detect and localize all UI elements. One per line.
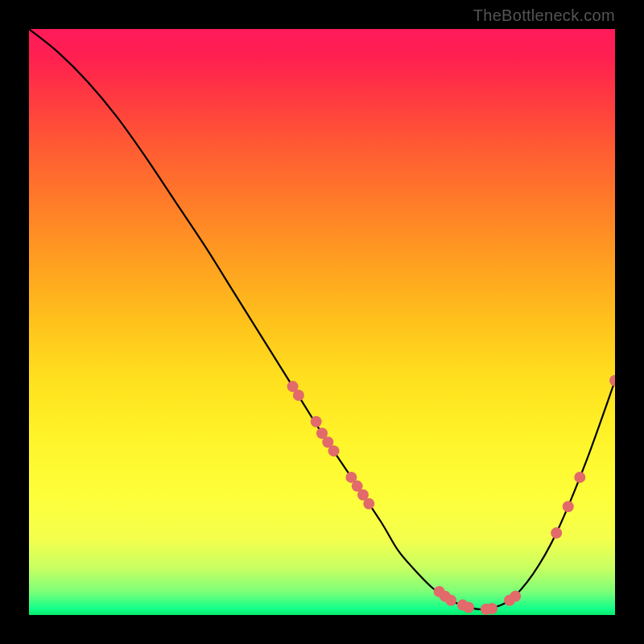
bottleneck-curve xyxy=(29,29,615,609)
data-point xyxy=(563,501,574,512)
plot-area xyxy=(29,29,615,615)
data-point xyxy=(609,375,615,386)
data-point xyxy=(293,390,304,401)
data-point xyxy=(574,472,585,483)
chart-svg xyxy=(29,29,615,615)
data-point xyxy=(486,603,497,614)
data-point-markers xyxy=(287,375,615,615)
data-point xyxy=(445,595,456,606)
data-point xyxy=(551,527,562,539)
watermark-text: TheBottleneck.com xyxy=(473,6,615,25)
data-point xyxy=(328,445,340,456)
data-point xyxy=(363,498,374,510)
data-point xyxy=(463,602,474,613)
data-point xyxy=(510,591,521,602)
data-point xyxy=(311,416,322,427)
chart-container: TheBottleneck.com xyxy=(0,0,644,644)
